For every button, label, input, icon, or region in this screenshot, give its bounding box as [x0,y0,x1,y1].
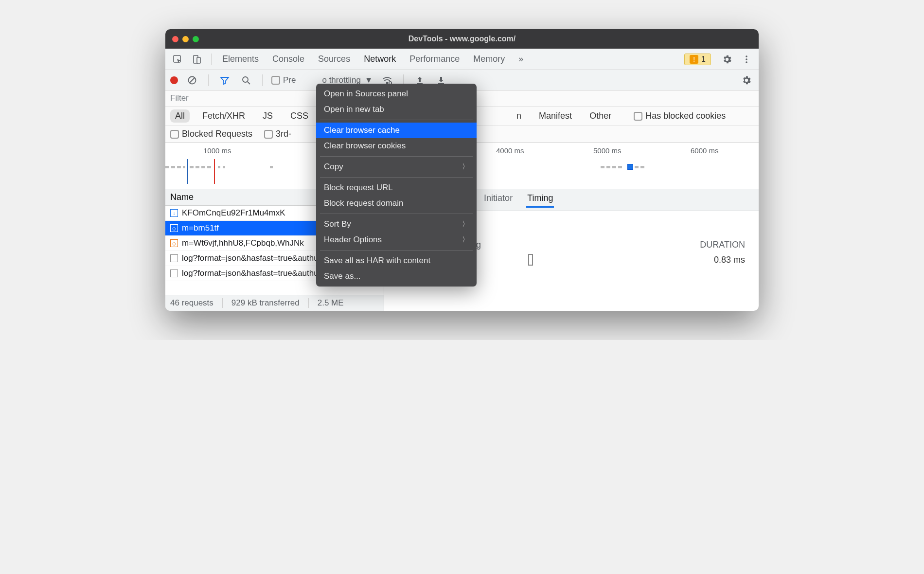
type-partial-n[interactable]: n [512,109,526,123]
svg-line-7 [190,78,195,83]
window-title: DevTools - www.google.com/ [165,35,759,43]
more-icon[interactable] [739,52,754,67]
type-js[interactable]: JS [258,109,278,123]
type-fetch-xhr[interactable]: Fetch/XHR [197,109,250,123]
clear-icon[interactable] [185,73,199,88]
cm-separator [320,177,473,178]
cm-separator [320,156,473,157]
device-toggle-icon[interactable] [190,52,204,67]
status-bar: 46 requests 929 kB transferred 2.5 ME [165,295,384,311]
file-icon [170,269,178,277]
time-label: 6000 ms [691,146,719,155]
inspect-icon[interactable] [170,52,185,67]
svg-point-10 [386,82,388,84]
issues-badge[interactable]: ! 1 [684,54,711,65]
close-window-button[interactable] [172,36,178,42]
filter-input[interactable]: Filter [170,93,189,103]
tab-network[interactable]: Network [363,52,397,66]
cm-block-domain[interactable]: Block request domain [316,196,477,211]
cm-copy[interactable]: Copy〉 [316,159,477,175]
traffic-lights [172,36,199,42]
duration-header: DURATION [700,240,745,250]
queueing-bar [528,254,533,266]
request-name: m=Wt6vjf,hhhU8,FCpbqb,WhJNk [182,238,304,248]
cm-save-har[interactable]: Save all as HAR with content [316,253,477,269]
tab-performance[interactable]: Performance [409,52,461,66]
warning-icon: ! [690,55,698,64]
svg-point-3 [746,55,747,57]
current-position-marker [627,164,633,170]
svg-point-8 [243,77,248,82]
file-icon: ↓ [170,209,178,217]
context-menu: Open in Sources panel Open in new tab Cl… [316,84,477,287]
resources-size: 2.5 ME [308,298,344,308]
request-name: log?format=json&hasfast=true&authu… [182,253,327,263]
network-settings-icon[interactable] [739,73,754,88]
cm-save-as[interactable]: Save as... [316,269,477,284]
file-icon [170,254,178,262]
zoom-window-button[interactable] [193,36,199,42]
tab-elements[interactable]: Elements [221,52,260,66]
time-label: 4000 ms [496,146,524,155]
type-all[interactable]: All [170,109,190,123]
tab-console[interactable]: Console [271,52,305,66]
separator [262,74,263,86]
domcontentloaded-marker [187,159,188,184]
file-icon: ◇ [170,224,178,232]
cm-separator [320,214,473,214]
cm-header-options[interactable]: Header Options〉 [316,232,477,248]
type-other[interactable]: Other [585,109,616,123]
time-label: 5000 ms [593,146,622,155]
tab-more[interactable]: » [517,52,524,66]
cm-open-new-tab[interactable]: Open in new tab [316,102,477,117]
cm-clear-cache[interactable]: Clear browser cache [316,123,477,138]
tab-memory[interactable]: Memory [472,52,506,66]
separator [208,74,209,86]
type-css[interactable]: CSS [285,109,313,123]
time-label: 1000 ms [203,146,231,155]
cm-sort-by[interactable]: Sort By〉 [316,216,477,232]
chevron-right-icon: 〉 [462,235,469,244]
cm-open-sources[interactable]: Open in Sources panel [316,86,477,102]
file-icon: ◇ [170,239,178,247]
preserve-log-checkbox[interactable]: Pre [271,75,296,85]
request-count: 46 requests [170,298,213,308]
chevron-right-icon: 〉 [462,220,469,229]
svg-point-4 [746,58,747,60]
titlebar: DevTools - www.google.com/ [165,29,759,49]
filter-icon[interactable] [217,73,232,88]
svg-rect-2 [197,57,200,63]
third-party-checkbox[interactable]: 3rd- [264,129,291,139]
cm-separator [320,250,473,251]
record-button[interactable] [170,76,178,84]
has-blocked-cookies-checkbox[interactable]: Has blocked cookies [634,111,726,121]
request-name: log?format=json&hasfast=true&authu… [182,269,327,278]
minimize-window-button[interactable] [182,36,189,42]
separator [211,54,212,65]
cm-clear-cookies[interactable]: Clear browser cookies [316,138,477,154]
type-manifest[interactable]: Manifest [534,109,577,123]
search-icon[interactable] [239,73,253,88]
blocked-requests-checkbox[interactable]: Blocked Requests [170,129,252,139]
chevron-right-icon: 〉 [462,162,469,171]
subtab-timing[interactable]: Timing [526,192,554,208]
request-name: m=bm51tf [182,223,219,233]
main-tabs-row: Elements Console Sources Network Perform… [165,49,759,70]
cm-separator [320,120,473,120]
tab-sources[interactable]: Sources [317,52,351,66]
load-marker [214,159,215,184]
svg-line-9 [248,82,250,84]
settings-icon[interactable] [720,52,734,67]
issues-count: 1 [701,55,706,64]
svg-point-5 [746,61,747,63]
subtab-initiator[interactable]: Initiator [483,192,514,208]
transferred-size: 929 kB transferred [222,298,300,308]
queueing-value: 0.83 ms [714,255,745,265]
devtools-window: DevTools - www.google.com/ Elements Cons… [165,29,759,311]
request-name: KFOmCnqEu92Fr1Mu4mxK [182,208,285,218]
main-tabs: Elements Console Sources Network Perform… [221,52,524,66]
cm-block-url[interactable]: Block request URL [316,180,477,196]
